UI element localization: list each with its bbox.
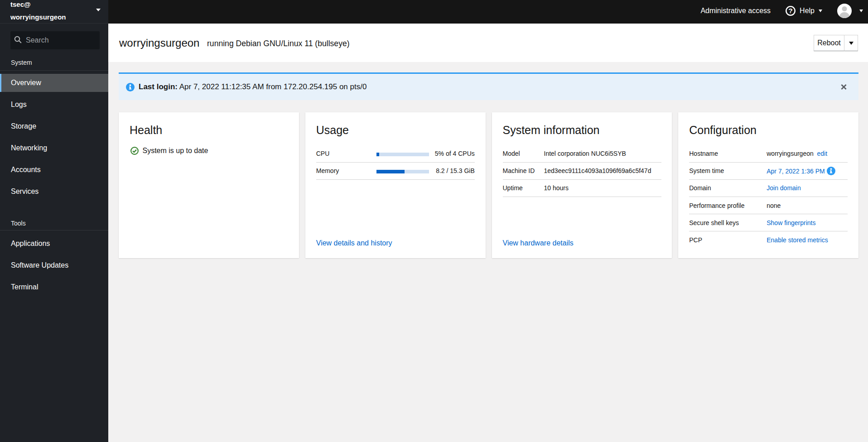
svg-text:?: ? — [788, 7, 792, 14]
